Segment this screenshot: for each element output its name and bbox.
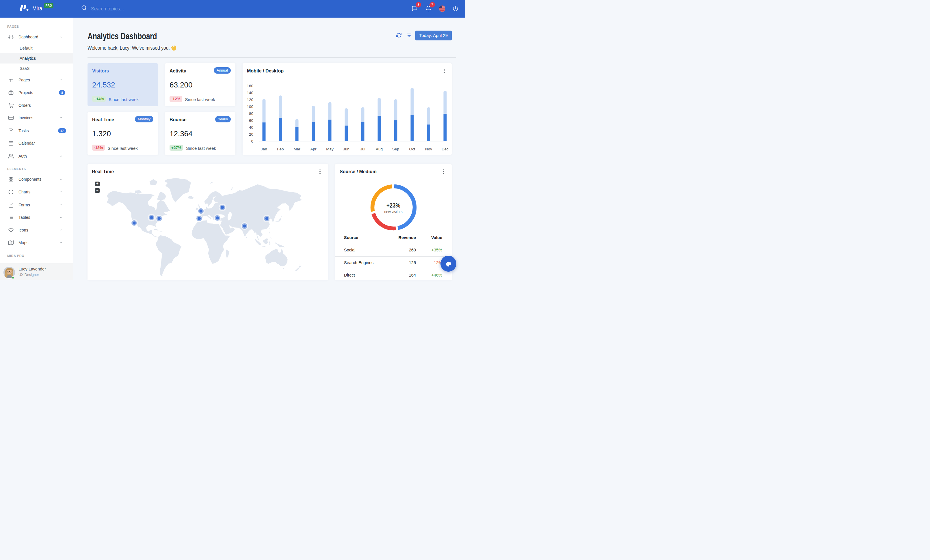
svg-text:Apr: Apr <box>310 147 317 151</box>
svg-text:May: May <box>326 147 334 151</box>
svg-text:80: 80 <box>249 111 253 116</box>
svg-text:Jan: Jan <box>261 147 267 151</box>
svg-text:0: 0 <box>251 139 253 143</box>
svg-text:Mira: Mira <box>32 5 42 12</box>
svg-text:Oct: Oct <box>409 147 415 151</box>
svg-text:140: 140 <box>246 91 253 95</box>
svg-text:Mar: Mar <box>293 147 300 151</box>
svg-text:new visitors: new visitors <box>385 209 403 214</box>
svg-text:20: 20 <box>249 132 253 137</box>
svg-text:Analytics Dashboard: Analytics Dashboard <box>88 31 157 41</box>
svg-text:Sep: Sep <box>392 147 399 151</box>
svg-text:Nov: Nov <box>425 147 432 151</box>
svg-text:Feb: Feb <box>277 147 283 151</box>
svg-text:Dec: Dec <box>442 147 448 151</box>
svg-text:160: 160 <box>246 84 253 88</box>
svg-text:60: 60 <box>249 118 253 123</box>
svg-text:Welcome back, Lucy! We've miss: Welcome back, Lucy! We've missed you. <box>88 45 170 51</box>
svg-text:+23%: +23% <box>386 202 400 209</box>
svg-text:100: 100 <box>246 104 253 109</box>
svg-text:120: 120 <box>246 98 253 102</box>
svg-text:Aug: Aug <box>376 147 383 151</box>
svg-text:Jun: Jun <box>343 147 350 151</box>
svg-text:40: 40 <box>249 125 253 130</box>
svg-text:Jul: Jul <box>360 147 365 151</box>
